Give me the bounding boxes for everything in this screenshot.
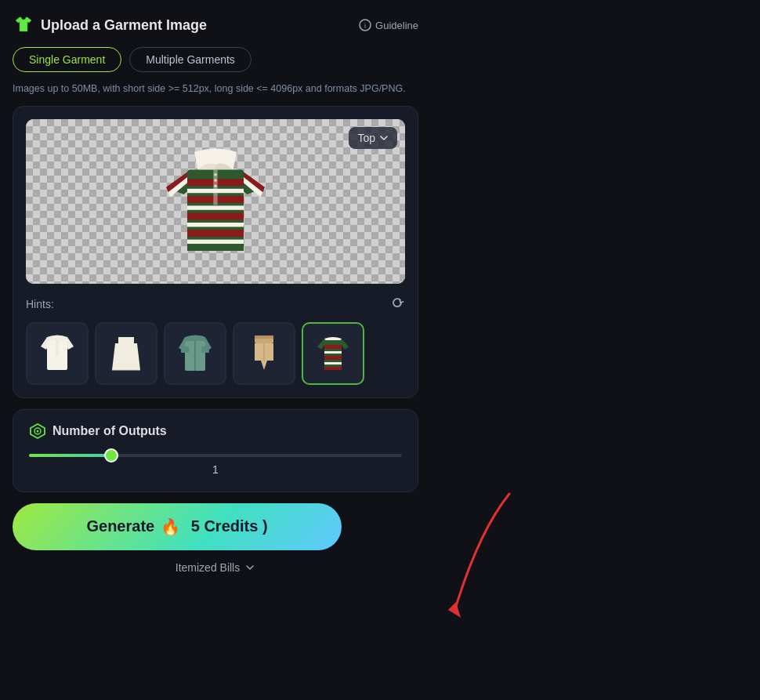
credits-label: 5 Credits ) [186,517,267,535]
hint-pants-4 [244,329,284,378]
description-text: Images up to 50MB, with short side >= 51… [13,82,418,96]
hints-row: Hints: [26,295,405,314]
svg-point-34 [37,430,39,432]
generate-button[interactable]: Generate 🔥 5 Credits ) [13,503,342,550]
garment-type-dropdown[interactable]: Top [349,127,397,149]
svg-rect-6 [187,205,244,209]
slider-fill [29,454,111,457]
refresh-hints-button[interactable] [389,295,405,314]
svg-rect-22 [201,346,209,353]
outputs-header: Number of Outputs [29,423,402,440]
svg-rect-28 [324,351,342,354]
refresh-icon [389,295,405,310]
hint-shirt-1 [37,329,78,378]
chevron-down-icon [379,133,389,143]
slider-container [29,454,402,457]
section-header: Upload a Garment Image i Guideline [13,14,418,36]
svg-rect-29 [324,356,342,360]
info-icon: i [359,19,371,31]
svg-rect-8 [187,223,244,227]
svg-point-15 [214,184,217,187]
slider-value: 1 [29,463,402,476]
hint-item-4[interactable] [233,322,295,385]
hint-item-2[interactable] [95,322,157,385]
page-title: Upload a Garment Image [41,17,207,34]
garment-upload-card: Top Hints: [13,106,418,398]
multiple-garments-button[interactable]: Multiple Garments [129,47,252,72]
itemized-bills-row[interactable]: Itemized Bills [13,561,418,574]
hints-label: Hints: [26,298,54,310]
fire-icon: 🔥 [161,517,180,536]
svg-point-13 [214,173,217,176]
svg-rect-27 [324,345,342,349]
svg-rect-9 [187,230,244,237]
svg-marker-35 [448,602,461,618]
garment-shirt-image [145,131,286,272]
svg-text:i: i [364,22,366,30]
hint-jacket-3 [175,329,215,378]
hint-item-1[interactable] [26,322,89,385]
outputs-icon [29,423,46,440]
svg-rect-25 [255,335,273,339]
garment-image-area[interactable]: Top [26,119,405,284]
guideline-button[interactable]: i Guideline [359,19,418,31]
slider-thumb[interactable] [104,448,118,462]
shirt-icon [13,14,34,36]
guideline-label: Guideline [375,20,418,31]
hints-grid [26,322,405,385]
svg-point-14 [214,179,217,182]
chevron-down-icon-bills [244,562,255,573]
svg-rect-11 [187,246,244,250]
generate-label: Generate [86,517,154,535]
svg-rect-30 [324,362,342,365]
hint-shirt-5 [313,329,353,378]
svg-rect-26 [324,340,342,370]
svg-rect-10 [187,239,244,243]
outputs-card: Number of Outputs 1 [13,409,418,492]
hint-item-5[interactable] [302,322,364,385]
hint-item-3[interactable] [164,322,226,385]
single-garment-button[interactable]: Single Garment [13,47,121,72]
section-title: Upload a Garment Image [13,14,207,36]
red-arrow-svg [400,486,525,643]
svg-rect-21 [181,346,189,353]
svg-rect-7 [187,212,244,219]
garment-type-label: Top [357,132,375,144]
outputs-title: Number of Outputs [52,424,167,438]
annotation-arrow [400,486,525,646]
itemized-bills-label: Itemized Bills [176,561,240,574]
svg-rect-17 [56,340,59,356]
slider-track [29,454,402,457]
garment-type-toggle: Single Garment Multiple Garments [13,47,418,72]
svg-rect-31 [324,367,342,370]
hint-skirt-2 [106,329,147,378]
